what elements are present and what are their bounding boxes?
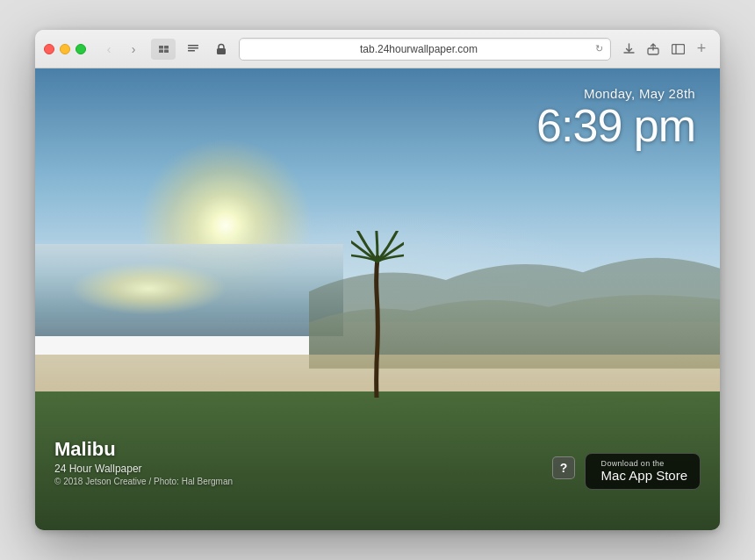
- refresh-icon: ↻: [595, 43, 603, 54]
- browser-toolbar: ‹ › tab.24hourwa: [35, 30, 720, 68]
- palm-tree: [351, 231, 404, 401]
- svg-rect-0: [159, 46, 163, 49]
- sidebar-button[interactable]: [667, 39, 688, 60]
- datetime-overlay: Monday, May 28th 6:39 pm: [536, 86, 695, 148]
- date-display: Monday, May 28th: [536, 86, 695, 101]
- back-button[interactable]: ‹: [98, 39, 119, 60]
- close-button[interactable]: [44, 44, 54, 54]
- svg-rect-4: [188, 45, 198, 47]
- svg-rect-6: [188, 50, 195, 52]
- maximize-button[interactable]: [76, 44, 86, 54]
- location-info: Malibu 24 Hour Wallpaper © 2018 Jetson C…: [54, 438, 233, 486]
- svg-rect-1: [164, 46, 169, 49]
- svg-rect-7: [217, 48, 226, 54]
- appstore-download-label: Download on the: [601, 459, 687, 468]
- help-button[interactable]: ?: [552, 456, 575, 479]
- reader-view-button[interactable]: [183, 39, 204, 60]
- svg-rect-2: [159, 49, 163, 53]
- url-bar[interactable]: tab.24hourwallpaper.com ↻: [239, 38, 611, 61]
- browser-content: Monday, May 28th 6:39 pm Malibu 24 Hour …: [35, 68, 720, 530]
- location-credit: © 2018 Jetson Creative / Photo: Hal Berg…: [54, 477, 233, 486]
- appstore-button[interactable]: Download on the Mac App Store: [585, 453, 701, 490]
- minimize-button[interactable]: [60, 44, 70, 54]
- tab-view-button[interactable]: [151, 39, 176, 60]
- appstore-name-label: Mac App Store: [601, 468, 687, 484]
- svg-rect-3: [164, 49, 169, 53]
- share-button[interactable]: [643, 39, 664, 60]
- toolbar-right: +: [618, 39, 711, 60]
- url-text: tab.24hourwallpaper.com: [247, 43, 591, 55]
- svg-rect-5: [188, 47, 198, 49]
- svg-rect-9: [672, 44, 684, 54]
- traffic-lights: [44, 44, 86, 54]
- location-name: Malibu: [54, 438, 233, 461]
- add-tab-button[interactable]: +: [692, 39, 711, 59]
- browser-window: ‹ › tab.24hourwa: [35, 30, 720, 530]
- help-icon: ?: [560, 461, 568, 475]
- location-brand: 24 Hour Wallpaper: [54, 463, 233, 475]
- sun-reflection: [69, 262, 227, 315]
- privacy-button[interactable]: [211, 39, 232, 60]
- appstore-text-block: Download on the Mac App Store: [601, 459, 687, 484]
- forward-button[interactable]: ›: [123, 39, 144, 60]
- nav-buttons: ‹ ›: [98, 39, 144, 60]
- time-display: 6:39 pm: [536, 103, 695, 148]
- download-button[interactable]: [618, 39, 639, 60]
